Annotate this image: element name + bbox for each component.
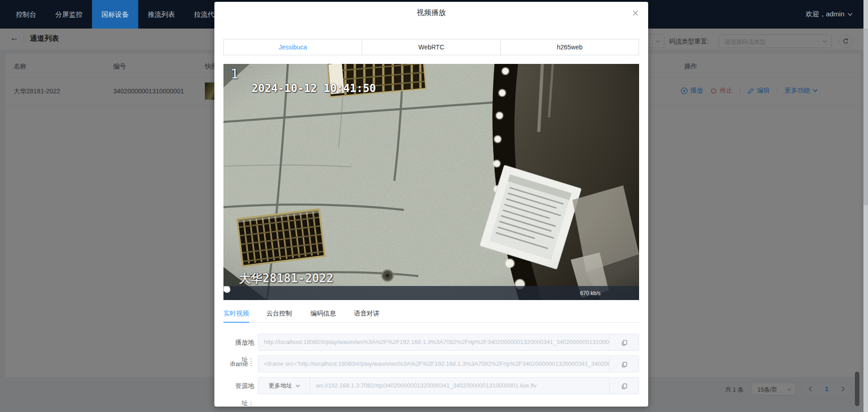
more-addresses-dropdown[interactable]: 更多地址 bbox=[258, 377, 310, 394]
resource-url-label: 资源地址： bbox=[223, 377, 254, 394]
nav-tab-console[interactable]: 控制台 bbox=[6, 0, 46, 29]
tab-ptz-control[interactable]: 云台控制 bbox=[267, 305, 292, 323]
chevron-down-icon bbox=[848, 13, 853, 16]
active-tab-underline bbox=[223, 322, 249, 323]
bitrate-indicator: 670 kb/s bbox=[580, 290, 601, 296]
nav-tabs: 控制台 分屏监控 国标设备 推流列表 拉流代理 bbox=[6, 0, 231, 29]
tab-jessibuca[interactable]: Jessibuca bbox=[224, 39, 362, 55]
tab-codec-info[interactable]: 编码信息 bbox=[310, 305, 336, 323]
iframe-row: iframe： <iframe src="http://localhost:18… bbox=[223, 355, 639, 373]
page-scrollbar-thumb[interactable] bbox=[863, 29, 868, 205]
dialog-title: 视频播放 bbox=[214, 8, 648, 18]
osd-channel-number: 1 bbox=[231, 67, 238, 82]
copy-resource-url-button[interactable] bbox=[610, 377, 639, 394]
nav-tab-split-screen[interactable]: 分屏监控 bbox=[46, 0, 92, 29]
play-url-label: 播放地址： bbox=[223, 334, 254, 351]
nav-tab-gb-devices[interactable]: 国标设备 bbox=[92, 0, 138, 29]
player-control-bar: 670 kb/s bbox=[223, 286, 639, 300]
resource-url-input[interactable]: ws://192.168.1.3:7082/rtp/34020000001320… bbox=[310, 377, 610, 394]
osd-timestamp: 2024-10-12 10:41:50 bbox=[252, 82, 376, 95]
copy-icon bbox=[621, 383, 628, 389]
welcome-text: 欢迎，admin bbox=[805, 10, 844, 19]
camera-video-frame bbox=[223, 64, 639, 300]
close-icon[interactable] bbox=[630, 8, 640, 18]
stream-info-tabs: 实时视频 云台控制 编码信息 语音对讲 bbox=[223, 305, 639, 323]
video-player[interactable]: 1 2024-10-12 10:41:50 大华28181-2022 670 bbox=[223, 64, 639, 300]
tab-voice-talk[interactable]: 语音对讲 bbox=[354, 305, 379, 323]
video-play-dialog: 视频播放 Jessibuca WebRTC h265web bbox=[214, 2, 648, 407]
tab-h265web[interactable]: h265web bbox=[500, 39, 639, 55]
chevron-down-icon bbox=[296, 384, 300, 388]
resource-url-row: 资源地址： 更多地址 ws://192.168.1.3:7082/rtp/340… bbox=[223, 377, 639, 394]
iframe-input[interactable]: <iframe src="http://localhost:18080/#/pl… bbox=[258, 355, 610, 373]
play-url-row: 播放地址： http://localhost:18080/#/play/wasm… bbox=[223, 334, 639, 351]
osd-camera-name: 大华28181-2022 bbox=[239, 271, 334, 286]
copy-play-url-button[interactable] bbox=[610, 334, 639, 351]
copy-icon bbox=[621, 339, 628, 346]
user-menu[interactable]: 欢迎，admin bbox=[805, 0, 853, 29]
player-type-tabs: Jessibuca WebRTC h265web bbox=[223, 39, 639, 55]
tab-webrtc[interactable]: WebRTC bbox=[362, 39, 500, 55]
play-url-input[interactable]: http://localhost:18080/#/play/wasm/ws%3A… bbox=[258, 334, 610, 351]
iframe-label: iframe： bbox=[223, 355, 254, 373]
app-root: ← 通道列表 码流类型重置: 请选择码流类型 名称 编号 快照 操作 大华281… bbox=[0, 0, 868, 412]
nav-tab-push-list[interactable]: 推流列表 bbox=[138, 0, 184, 29]
copy-iframe-button[interactable] bbox=[610, 355, 639, 373]
copy-icon bbox=[621, 361, 628, 368]
tab-live-video[interactable]: 实时视频 bbox=[223, 305, 249, 323]
